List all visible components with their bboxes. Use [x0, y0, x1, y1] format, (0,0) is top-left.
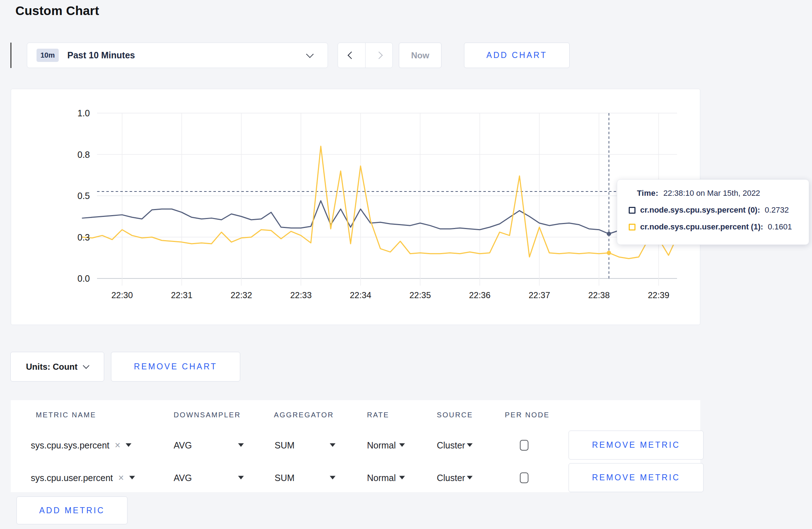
caret-down-icon	[330, 476, 335, 480]
rate-dropdown[interactable]: Normal	[367, 472, 405, 483]
now-button[interactable]: Now	[399, 43, 441, 68]
rate-value: Normal	[367, 472, 396, 483]
source-dropdown[interactable]: Cluster	[437, 472, 473, 483]
y-axis-tick-label: 0.5	[61, 190, 90, 201]
metric-name-dropdown[interactable]: sys.cpu.sys.percent ×	[31, 440, 131, 450]
remove-chart-button[interactable]: REMOVE CHART	[111, 352, 240, 382]
metric-name: sys.cpu.user.percent	[31, 472, 113, 483]
caret-down-icon	[467, 476, 473, 480]
tooltip-time-label: Time:	[637, 189, 658, 198]
metrics-table: METRIC NAME DOWNSAMPLER AGGREGATOR RATE …	[11, 400, 700, 492]
x-axis-tick-label: 22:35	[401, 290, 440, 300]
caret-down-icon	[399, 443, 405, 447]
x-axis-tick-label: 22:37	[520, 290, 559, 300]
units-dropdown[interactable]: Units: Count	[10, 352, 104, 382]
chevron-left-icon	[348, 52, 355, 59]
column-header-source: SOURCE	[437, 411, 473, 419]
tooltip-series-value: 0.1601	[768, 222, 792, 232]
remove-metric-button[interactable]: REMOVE METRIC	[569, 463, 704, 492]
add-chart-button[interactable]: ADD CHART	[464, 43, 570, 68]
source-dropdown[interactable]: Cluster	[437, 440, 473, 450]
page-title: Custom Chart	[15, 4, 99, 18]
per-node-checkbox[interactable]	[520, 472, 528, 483]
x-axis-tick-label: 22:38	[579, 290, 619, 300]
column-header-aggregator: AGGREGATOR	[274, 411, 334, 419]
x-axis-tick-label: 22:39	[639, 290, 678, 300]
time-range-badge: 10m	[37, 49, 59, 62]
tooltip-series-name: cr.node.sys.cpu.sys.percent (0):	[640, 205, 760, 215]
tooltip-time: Time:22:38:10 on Mar 15th, 2022	[637, 189, 802, 198]
y-axis-tick-label: 1.0	[61, 108, 90, 118]
tooltip-series-row: cr.node.sys.cpu.sys.percent (0): 0.2732	[629, 205, 802, 215]
timeseries-chart[interactable]	[11, 89, 701, 325]
rate-dropdown[interactable]: Normal	[367, 440, 405, 450]
time-range-dropdown[interactable]: 10m Past 10 Minutes	[27, 43, 328, 68]
time-range-label: Past 10 Minutes	[67, 50, 135, 60]
x-axis-tick-label: 22:31	[162, 290, 202, 300]
next-window-button[interactable]	[365, 43, 393, 68]
source-value: Cluster	[437, 472, 465, 483]
column-header-rate: RATE	[367, 411, 389, 419]
per-node-checkbox[interactable]	[520, 440, 528, 451]
x-axis-tick-label: 22:34	[341, 290, 380, 300]
remove-metric-button[interactable]: REMOVE METRIC	[569, 431, 704, 460]
series-swatch-icon	[629, 207, 635, 214]
downsampler-dropdown[interactable]: AVG	[174, 472, 244, 483]
downsampler-value: AVG	[174, 440, 192, 450]
prev-window-button[interactable]	[338, 43, 365, 68]
tooltip-series-row: cr.node.sys.cpu.user.percent (1): 0.1601	[629, 222, 802, 232]
series-swatch-icon	[629, 224, 635, 230]
caret-down-icon	[399, 476, 405, 480]
caret-down-icon	[238, 443, 244, 447]
chevron-down-icon	[306, 50, 314, 58]
chart-card: 1.00.80.50.30.022:3022:3122:3222:3322:34…	[11, 89, 700, 325]
add-metric-button[interactable]: ADD METRIC	[16, 496, 127, 524]
x-axis-tick-label: 22:30	[102, 290, 142, 300]
x-axis-tick-label: 22:32	[222, 290, 261, 300]
y-axis-tick-label: 0.8	[61, 149, 90, 160]
metric-name: sys.cpu.sys.percent	[31, 440, 110, 450]
y-axis-tick-label: 0.0	[61, 273, 90, 284]
downsampler-value: AVG	[174, 472, 192, 483]
column-header-downsampler: DOWNSAMPLER	[174, 411, 241, 419]
caret-down-icon	[126, 443, 131, 447]
clear-metric-icon[interactable]: ×	[115, 442, 121, 449]
tooltip-series-name: cr.node.sys.cpu.user.percent (1):	[640, 222, 763, 232]
aggregator-dropdown[interactable]: SUM	[275, 440, 335, 450]
time-window-nav	[338, 43, 393, 68]
caret-down-icon	[238, 476, 244, 480]
x-axis-tick-label: 22:36	[460, 290, 499, 300]
metric-row: sys.cpu.sys.percent × AVG SUM Normal Clu…	[11, 431, 700, 460]
column-header-metric-name: METRIC NAME	[36, 411, 96, 419]
tooltip-time-value: 22:38:10 on Mar 15th, 2022	[663, 189, 760, 198]
caret-down-icon	[467, 443, 473, 447]
units-label: Units: Count	[26, 362, 78, 372]
tooltip-series-value: 0.2732	[765, 205, 789, 215]
source-value: Cluster	[437, 440, 465, 450]
caret-down-icon	[330, 443, 335, 447]
y-axis-tick-label: 0.3	[61, 232, 90, 243]
metric-row: sys.cpu.user.percent × AVG SUM Normal Cl…	[11, 463, 700, 492]
column-header-per-node: PER NODE	[505, 411, 550, 419]
toolbar-left-divider	[10, 43, 11, 68]
aggregator-value: SUM	[275, 472, 295, 483]
custom-chart-page: Custom Chart 10m Past 10 Minutes Now ADD…	[0, 0, 812, 529]
downsampler-dropdown[interactable]: AVG	[174, 440, 244, 450]
chart-tooltip: Time:22:38:10 on Mar 15th, 2022 cr.node.…	[617, 179, 809, 245]
chevron-down-icon	[83, 362, 90, 369]
x-axis-tick-label: 22:33	[281, 290, 321, 300]
clear-metric-icon[interactable]: ×	[118, 474, 124, 481]
rate-value: Normal	[367, 440, 396, 450]
caret-down-icon	[129, 476, 135, 480]
aggregator-value: SUM	[275, 440, 295, 450]
metric-name-dropdown[interactable]: sys.cpu.user.percent ×	[31, 472, 135, 483]
chevron-right-icon	[375, 52, 383, 59]
aggregator-dropdown[interactable]: SUM	[275, 472, 335, 483]
